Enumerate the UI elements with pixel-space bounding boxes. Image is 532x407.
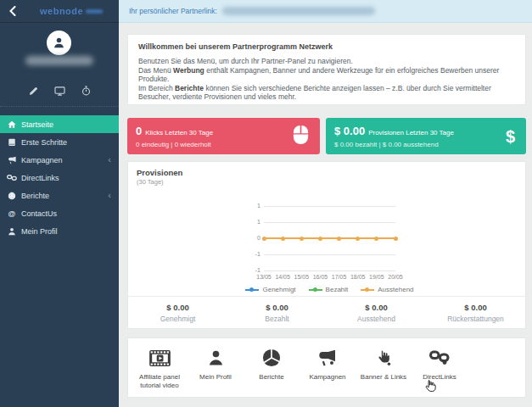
stopwatch-icon[interactable]	[80, 85, 92, 97]
legend-entry-bezahlt[interactable]: Bezahlt	[309, 286, 349, 293]
partner-link-blurred[interactable]	[222, 7, 375, 15]
summary-label: Rückerstattungen	[426, 315, 525, 323]
pie-chart-icon	[262, 345, 281, 371]
sidebar-item-label: DirectLinks	[21, 174, 59, 182]
sidebar-menu: StartseiteErste SchritteKampagnen‹Direct…	[0, 115, 119, 240]
legend-entry-genehmigt[interactable]: Genehmigt	[245, 286, 295, 293]
shortcut-label: Banner & Links	[361, 373, 406, 382]
legend-swatch	[361, 289, 374, 291]
shortcut-berichte[interactable]: Berichte	[244, 345, 300, 397]
partner-link-label: Ihr persönlicher Partnerlink:	[129, 7, 217, 15]
welcome-line-3: Im Bereich Berichte können Sie sich vers…	[138, 84, 515, 102]
pie-chart-icon	[7, 192, 17, 200]
x-axis-tick-label: 20/05	[388, 274, 403, 280]
shortcut-directlinks[interactable]: DirectLinks	[412, 345, 468, 397]
gridline	[264, 206, 395, 207]
gridline	[264, 254, 395, 255]
avatar	[47, 31, 71, 55]
gridline	[264, 270, 395, 271]
x-axis-tick-label: 17/05	[332, 274, 347, 280]
welcome-line-2-pre: Das Menü	[138, 66, 173, 75]
x-axis-tick-label: 15/05	[294, 274, 310, 280]
shortcut-banner-links[interactable]: Banner & Links	[356, 345, 412, 397]
welcome-line-1: Benutzen Sie das Menü, um durch Ihr Part…	[138, 57, 515, 66]
user-icon	[7, 227, 17, 236]
bullhorn-icon	[317, 345, 338, 371]
monitor-icon[interactable]	[53, 85, 65, 97]
x-axis-tick-label: 19/05	[369, 274, 384, 280]
links-icon	[429, 345, 450, 371]
summary-ausstehend: $ 0.00Ausstehend	[327, 296, 426, 330]
gridline	[264, 222, 395, 223]
chart-panel: Provisionen (30 Tage) 110-1-113/0514/051…	[127, 161, 526, 329]
profile-actions	[0, 85, 119, 97]
chart-legend: GenehmigtBezahltAusstehend	[264, 286, 395, 293]
welcome-title: Willkommen bei unserem Partnerprogramm N…	[138, 42, 515, 51]
back-chevron-icon[interactable]	[8, 5, 20, 17]
legend-swatch	[309, 289, 322, 291]
data-point	[281, 237, 285, 241]
y-axis-tick-label: -1	[249, 267, 260, 273]
shortcut-label: Berichte	[259, 373, 283, 382]
user-icon	[208, 345, 224, 371]
logo-strip: webnode	[0, 0, 119, 23]
legend-label: Ausstehend	[378, 286, 413, 293]
sidebar-divider	[0, 106, 119, 107]
sidebar-item-label: Kampagnen	[21, 156, 63, 164]
sidebar-item-erste-schritte[interactable]: Erste Schritte	[0, 133, 119, 151]
summary-value: $ 0.00	[128, 303, 227, 312]
shortcuts-panel: Affiliate panel tutorial videoMein Profi…	[127, 337, 526, 398]
shortcut-kampagnen[interactable]: Kampagnen	[300, 345, 356, 397]
logo-suffix-blurred	[86, 9, 103, 14]
blurred-username	[25, 56, 93, 65]
summary-row: $ 0.00Genehmigt$ 0.00Bezahlt$ 0.00Ausste…	[128, 296, 525, 330]
sidebar-item-contactus[interactable]: @ContactUs	[0, 204, 119, 222]
summary-genehmigt: $ 0.00Genehmigt	[128, 296, 227, 330]
dollar-icon: $	[506, 126, 515, 146]
chart-title: Provisionen	[137, 168, 182, 177]
summary-label: Ausstehend	[327, 315, 426, 323]
legend-entry-ausstehend[interactable]: Ausstehend	[361, 286, 413, 293]
y-axis-tick-label: 0	[249, 235, 260, 241]
data-point	[356, 237, 360, 241]
y-axis-tick-label: 1	[249, 219, 260, 225]
summary-bezahlt: $ 0.00Bezahlt	[227, 296, 327, 330]
commissions-card: $ 0.00Provisionen Letzten 30 Tage $ 0.00…	[326, 118, 526, 154]
sidebar-item-startseite[interactable]: Startseite	[0, 115, 119, 133]
shortcut-label: DirectLinks	[423, 373, 456, 382]
x-axis-tick-label: 13/05	[256, 274, 272, 280]
sidebar-item-label: Mein Profil	[21, 227, 58, 236]
sidebar-item-mein-profil[interactable]: Mein Profil	[0, 222, 119, 240]
sidebar-item-kampagnen[interactable]: Kampagnen‹	[0, 151, 119, 169]
sidebar-item-label: ContactUs	[21, 209, 57, 218]
summary-value: $ 0.00	[227, 303, 327, 312]
sidebar-item-label: Berichte	[21, 192, 49, 200]
legend-label: Genehmigt	[262, 286, 295, 293]
shortcut-affiliate-panel-tutorial-video[interactable]: Affiliate panel tutorial video	[132, 345, 188, 397]
chevron-left-icon: ‹	[108, 151, 111, 169]
pencil-icon[interactable]	[27, 85, 39, 97]
commissions-label: Provisionen Letzten 30 Tage	[368, 129, 454, 137]
data-point	[374, 237, 378, 241]
shortcut-label: Mein Profil	[199, 373, 232, 382]
data-point	[300, 237, 304, 241]
clicks-card: 0Klicks Letzten 30 Tage 0 eindeutig | 0 …	[127, 118, 320, 154]
shortcut-mein-profil[interactable]: Mein Profil	[188, 345, 244, 397]
welcome-panel: Willkommen bei unserem Partnerprogramm N…	[127, 34, 526, 105]
sidebar-item-berichte[interactable]: Berichte‹	[0, 187, 119, 204]
legend-swatch	[245, 289, 259, 291]
shortcut-label: Affiliate panel tutorial video	[135, 373, 184, 389]
y-axis-tick-label: 1	[249, 203, 260, 209]
sidebar: webnode StartseiteErste SchritteKampagne…	[0, 0, 119, 407]
summary-label: Bezahlt	[227, 315, 327, 323]
film-icon	[149, 345, 171, 371]
summary-r-ckerstattungen: $ 0.00Rückerstattungen	[426, 296, 525, 330]
legend-label: Bezahlt	[326, 286, 349, 293]
welcome-line-2: Das Menü Werbung enthält Kampagnen, Bann…	[138, 66, 515, 84]
welcome-line-2-bold: Werbung	[173, 66, 204, 75]
clicks-sub: 0 eindeutig | 0 wiederholt	[136, 141, 311, 148]
sidebar-item-directlinks[interactable]: DirectLinks	[0, 169, 119, 187]
sidebar-item-label: Erste Schritte	[21, 138, 67, 147]
webnode-logo: webnode	[40, 6, 83, 16]
chart-subtitle: (30 Tage)	[137, 178, 164, 186]
